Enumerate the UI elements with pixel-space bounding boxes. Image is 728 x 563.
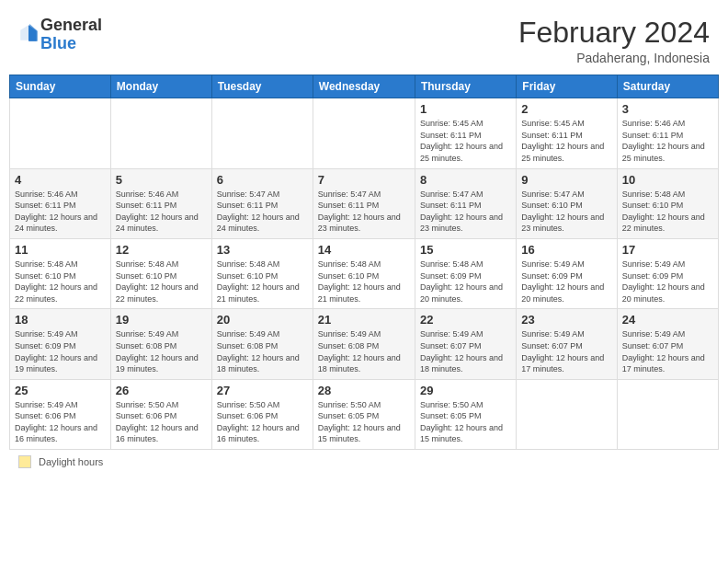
logo: GeneralBlue	[18, 17, 102, 53]
calendar-day-cell: 15Sunrise: 5:48 AM Sunset: 6:09 PM Dayli…	[415, 238, 516, 308]
calendar-week-row: 18Sunrise: 5:49 AM Sunset: 6:09 PM Dayli…	[10, 309, 719, 379]
day-number: 25	[15, 384, 106, 397]
location-subtitle: Padaherang, Indonesia	[518, 51, 710, 65]
calendar-day-cell: 7Sunrise: 5:47 AM Sunset: 6:11 PM Daylig…	[313, 168, 415, 238]
calendar-day-cell: 28Sunrise: 5:50 AM Sunset: 6:05 PM Dayli…	[313, 379, 415, 449]
calendar-day-cell: 9Sunrise: 5:47 AM Sunset: 6:10 PM Daylig…	[517, 168, 617, 238]
calendar-header-row: SundayMondayTuesdayWednesdayThursdayFrid…	[10, 75, 719, 98]
calendar-week-row: 11Sunrise: 5:48 AM Sunset: 6:10 PM Dayli…	[10, 238, 719, 308]
calendar-day-cell: 18Sunrise: 5:49 AM Sunset: 6:09 PM Dayli…	[10, 309, 111, 379]
calendar-day-cell: 14Sunrise: 5:48 AM Sunset: 6:10 PM Dayli…	[313, 238, 415, 308]
day-number: 19	[116, 313, 207, 327]
day-info: Sunrise: 5:50 AM Sunset: 6:06 PM Dayligh…	[116, 399, 207, 445]
day-number: 12	[116, 243, 207, 257]
day-number: 15	[420, 243, 511, 257]
calendar-day-cell: 20Sunrise: 5:49 AM Sunset: 6:08 PM Dayli…	[211, 309, 313, 379]
day-info: Sunrise: 5:47 AM Sunset: 6:11 PM Dayligh…	[217, 189, 308, 235]
day-info: Sunrise: 5:50 AM Sunset: 6:05 PM Dayligh…	[318, 399, 410, 445]
calendar-day-cell: 12Sunrise: 5:48 AM Sunset: 6:10 PM Dayli…	[110, 238, 211, 308]
day-info: Sunrise: 5:50 AM Sunset: 6:05 PM Dayligh…	[420, 399, 511, 445]
calendar-day-cell: 25Sunrise: 5:49 AM Sunset: 6:06 PM Dayli…	[10, 379, 111, 449]
day-info: Sunrise: 5:49 AM Sunset: 6:09 PM Dayligh…	[15, 328, 106, 374]
day-info: Sunrise: 5:48 AM Sunset: 6:10 PM Dayligh…	[15, 259, 106, 304]
day-info: Sunrise: 5:49 AM Sunset: 6:07 PM Dayligh…	[622, 328, 713, 374]
calendar-day-cell: 13Sunrise: 5:48 AM Sunset: 6:10 PM Dayli…	[211, 238, 313, 308]
day-info: Sunrise: 5:49 AM Sunset: 6:08 PM Dayligh…	[318, 328, 410, 374]
day-number: 20	[217, 313, 308, 327]
calendar-day-cell	[211, 98, 313, 168]
day-info: Sunrise: 5:49 AM Sunset: 6:09 PM Dayligh…	[521, 259, 611, 304]
day-number: 9	[521, 173, 611, 187]
calendar-day-cell: 26Sunrise: 5:50 AM Sunset: 6:06 PM Dayli…	[110, 379, 211, 449]
day-number: 4	[15, 173, 106, 187]
day-number: 5	[116, 173, 207, 187]
day-number: 16	[521, 243, 611, 257]
calendar-day-cell: 19Sunrise: 5:49 AM Sunset: 6:08 PM Dayli…	[110, 309, 211, 379]
day-info: Sunrise: 5:48 AM Sunset: 6:10 PM Dayligh…	[116, 259, 207, 304]
calendar-day-cell: 3Sunrise: 5:46 AM Sunset: 6:11 PM Daylig…	[617, 98, 718, 168]
day-number: 28	[318, 384, 410, 397]
day-info: Sunrise: 5:47 AM Sunset: 6:10 PM Dayligh…	[521, 189, 611, 235]
day-number: 11	[15, 243, 106, 257]
calendar-week-row: 25Sunrise: 5:49 AM Sunset: 6:06 PM Dayli…	[10, 379, 719, 449]
calendar-day-cell: 24Sunrise: 5:49 AM Sunset: 6:07 PM Dayli…	[617, 309, 718, 379]
day-info: Sunrise: 5:49 AM Sunset: 6:08 PM Dayligh…	[116, 328, 207, 374]
day-info: Sunrise: 5:48 AM Sunset: 6:10 PM Dayligh…	[217, 259, 308, 304]
calendar-day-cell	[313, 98, 415, 168]
day-info: Sunrise: 5:45 AM Sunset: 6:11 PM Dayligh…	[420, 118, 511, 164]
day-number: 27	[217, 384, 308, 397]
calendar-table: SundayMondayTuesdayWednesdayThursdayFrid…	[9, 75, 719, 450]
calendar-weekday-header: Thursday	[415, 75, 516, 98]
calendar-day-cell	[110, 98, 211, 168]
calendar-day-cell: 8Sunrise: 5:47 AM Sunset: 6:11 PM Daylig…	[415, 168, 516, 238]
calendar-day-cell: 21Sunrise: 5:49 AM Sunset: 6:08 PM Dayli…	[313, 309, 415, 379]
day-info: Sunrise: 5:49 AM Sunset: 6:08 PM Dayligh…	[217, 328, 308, 374]
calendar-day-cell	[617, 379, 718, 449]
title-block: February 2024 Padaherang, Indonesia	[518, 17, 710, 65]
calendar-day-cell: 5Sunrise: 5:46 AM Sunset: 6:11 PM Daylig…	[110, 168, 211, 238]
day-info: Sunrise: 5:48 AM Sunset: 6:10 PM Dayligh…	[318, 259, 410, 304]
calendar-day-cell: 27Sunrise: 5:50 AM Sunset: 6:06 PM Dayli…	[211, 379, 313, 449]
logo-text: GeneralBlue	[40, 17, 102, 53]
day-info: Sunrise: 5:46 AM Sunset: 6:11 PM Dayligh…	[15, 189, 106, 235]
day-number: 21	[318, 313, 410, 327]
day-number: 29	[420, 384, 511, 397]
day-number: 3	[622, 102, 713, 116]
page-header: GeneralBlue February 2024 Padaherang, In…	[9, 9, 719, 71]
day-number: 10	[622, 173, 713, 187]
day-info: Sunrise: 5:47 AM Sunset: 6:11 PM Dayligh…	[420, 189, 511, 235]
day-number: 6	[217, 173, 308, 187]
day-number: 14	[318, 243, 410, 257]
day-number: 23	[521, 313, 611, 327]
calendar-day-cell: 2Sunrise: 5:45 AM Sunset: 6:11 PM Daylig…	[517, 98, 617, 168]
calendar-week-row: 1Sunrise: 5:45 AM Sunset: 6:11 PM Daylig…	[10, 98, 719, 168]
calendar-day-cell: 6Sunrise: 5:47 AM Sunset: 6:11 PM Daylig…	[211, 168, 313, 238]
calendar-day-cell: 10Sunrise: 5:48 AM Sunset: 6:10 PM Dayli…	[617, 168, 718, 238]
day-number: 18	[15, 313, 106, 327]
daylight-label: Daylight hours	[39, 456, 103, 467]
calendar-weekday-header: Friday	[517, 75, 617, 98]
day-number: 22	[420, 313, 511, 327]
calendar-weekday-header: Tuesday	[211, 75, 313, 98]
calendar-weekday-header: Wednesday	[313, 75, 415, 98]
day-info: Sunrise: 5:46 AM Sunset: 6:11 PM Dayligh…	[116, 189, 207, 235]
calendar-day-cell: 23Sunrise: 5:49 AM Sunset: 6:07 PM Dayli…	[517, 309, 617, 379]
calendar-day-cell: 17Sunrise: 5:49 AM Sunset: 6:09 PM Dayli…	[617, 238, 718, 308]
day-info: Sunrise: 5:47 AM Sunset: 6:11 PM Dayligh…	[318, 189, 410, 235]
day-number: 1	[420, 102, 511, 116]
calendar-day-cell	[517, 379, 617, 449]
day-info: Sunrise: 5:49 AM Sunset: 6:06 PM Dayligh…	[15, 399, 106, 445]
calendar-weekday-header: Saturday	[617, 75, 718, 98]
day-info: Sunrise: 5:48 AM Sunset: 6:10 PM Dayligh…	[622, 189, 713, 235]
day-info: Sunrise: 5:49 AM Sunset: 6:09 PM Dayligh…	[622, 259, 713, 304]
calendar-week-row: 4Sunrise: 5:46 AM Sunset: 6:11 PM Daylig…	[10, 168, 719, 238]
calendar-footer: Daylight hours	[9, 450, 719, 470]
calendar-weekday-header: Monday	[110, 75, 211, 98]
daylight-box	[18, 455, 31, 468]
calendar-day-cell: 1Sunrise: 5:45 AM Sunset: 6:11 PM Daylig…	[415, 98, 516, 168]
calendar-day-cell: 29Sunrise: 5:50 AM Sunset: 6:05 PM Dayli…	[415, 379, 516, 449]
calendar-weekday-header: Sunday	[10, 75, 111, 98]
day-number: 8	[420, 173, 511, 187]
day-info: Sunrise: 5:49 AM Sunset: 6:07 PM Dayligh…	[420, 328, 511, 374]
day-info: Sunrise: 5:45 AM Sunset: 6:11 PM Dayligh…	[521, 118, 611, 164]
